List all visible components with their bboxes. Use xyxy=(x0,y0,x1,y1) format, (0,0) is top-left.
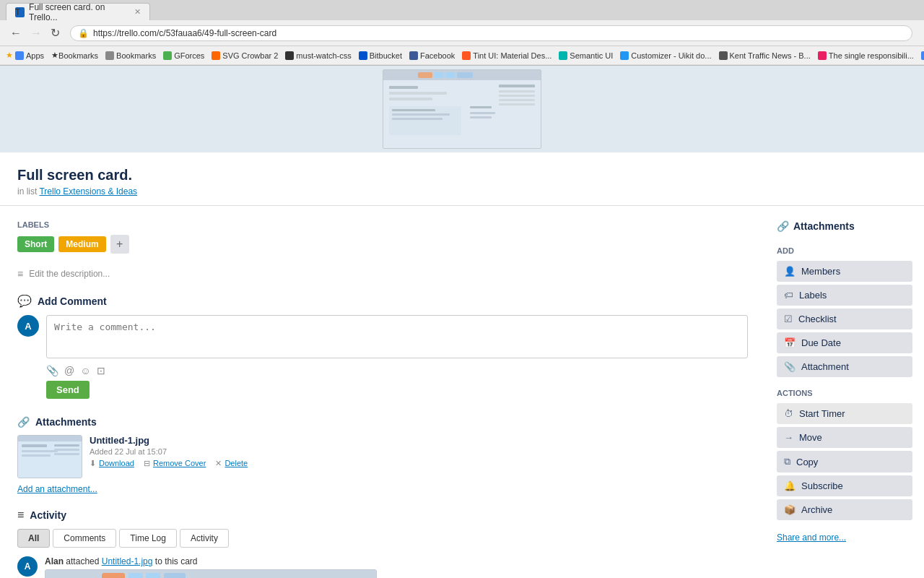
bookmark-tint-ui[interactable]: Tint UI: Material Des... xyxy=(462,51,552,60)
tab-comments[interactable]: Comments xyxy=(53,529,116,548)
copy-button[interactable]: ⧉ Copy xyxy=(777,451,912,473)
attachments-header: 🔗 Attachments xyxy=(777,220,912,232)
attach-icon[interactable]: 📎 xyxy=(46,365,58,376)
maps-icon xyxy=(921,51,924,60)
delete-link[interactable]: Delete xyxy=(225,459,248,467)
move-label: Move xyxy=(799,432,822,443)
tab-close-button[interactable]: ✕ xyxy=(134,7,141,17)
tab-time-log[interactable]: Time Log xyxy=(119,529,177,548)
add-checklist-button[interactable]: ☑ Checklist xyxy=(777,309,912,329)
bookmark-label: GForces xyxy=(174,51,204,60)
bookmarks-star-icon: ★ xyxy=(6,51,13,60)
attachment-icon: 📎 xyxy=(784,361,796,372)
comment-section-header: 💬 Add Comment xyxy=(17,294,748,308)
bookmark-label: Tint UI: Material Des... xyxy=(473,51,552,60)
card-icon[interactable]: ⊡ xyxy=(97,365,105,376)
tab-activity[interactable]: Activity xyxy=(180,529,229,548)
active-tab[interactable]: T Full screen card. on Trello... ✕ xyxy=(6,3,150,20)
archive-label: Archive xyxy=(801,504,832,515)
bookmark-label: SVG Crowbar 2 xyxy=(222,51,278,60)
address-bar[interactable]: 🔒 https://trello.com/c/53fauaa6/49-full-… xyxy=(70,25,912,41)
bookmark-semantic-ui[interactable]: Semantic UI xyxy=(559,51,613,60)
bookmark-bookmarks-star[interactable]: ★ Bookmarks xyxy=(51,51,98,60)
bookmark-apps[interactable]: Apps xyxy=(15,51,44,60)
download-link[interactable]: Download xyxy=(99,459,134,467)
mention-icon[interactable]: @ xyxy=(64,365,74,376)
bookmark-gforces[interactable]: GForces xyxy=(163,51,204,60)
svg-rect-33 xyxy=(146,573,160,578)
attach-header-title: Attachments xyxy=(35,416,97,428)
cover-preview xyxy=(383,69,541,149)
bookmark-single-responsibility[interactable]: The single responsibili... xyxy=(818,51,914,60)
attachment-date: Added 22 Jul at 15:07 xyxy=(90,447,748,456)
add-due-date-button[interactable]: 📅 Due Date xyxy=(777,332,912,353)
list-name-link[interactable]: Trello Extensions & Ideas xyxy=(39,186,137,197)
add-attachment-button[interactable]: 📎 Attachment xyxy=(777,356,912,377)
bookmark-label: Facebook xyxy=(420,51,455,60)
add-section: Add 👤 Members 🏷 Labels ☑ Checklist 📅 Due… xyxy=(777,246,912,377)
label-short[interactable]: Short xyxy=(17,236,54,252)
add-attachment-link[interactable]: Add an attachment... xyxy=(17,484,97,494)
labels-row: Short Medium + xyxy=(17,235,748,254)
main-layout: Labels Short Medium + ≡ Edit the descrip… xyxy=(0,206,924,578)
bookmark-kent-maps[interactable]: Kent - Google Maps xyxy=(921,51,924,60)
bookmark-must-watch-css[interactable]: must-watch-css xyxy=(285,51,351,60)
start-timer-button[interactable]: ⏱ Start Timer xyxy=(777,403,912,424)
comment-icon-bar: 📎 @ ☺ ⊡ xyxy=(46,365,105,376)
bookmark-facebook[interactable]: Facebook xyxy=(409,51,455,60)
svg-rect-11 xyxy=(499,95,535,97)
forward-button[interactable]: → xyxy=(26,25,46,41)
subscribe-button[interactable]: 🔔 Subscribe xyxy=(777,475,912,496)
add-label-button[interactable]: + xyxy=(110,235,129,254)
apps-icon xyxy=(15,51,24,60)
remove-cover-link[interactable]: Remove Cover xyxy=(153,459,206,467)
bookmark-kent-traffic[interactable]: Kent Traffic News - B... xyxy=(719,51,811,60)
tab-bar: T Full screen card. on Trello... ✕ xyxy=(0,0,924,20)
bookmark-bitbucket[interactable]: Bitbucket xyxy=(359,51,402,60)
bookmark-svg-crowbar[interactable]: SVG Crowbar 2 xyxy=(212,51,278,60)
svg-rect-26 xyxy=(54,444,79,447)
svg-rect-16 xyxy=(392,113,450,116)
label-medium[interactable]: Medium xyxy=(58,236,105,252)
activity-link[interactable]: Untitled-1.jpg xyxy=(102,556,153,566)
timer-label: Start Timer xyxy=(799,408,845,419)
bookmark-bookmarks-folder[interactable]: Bookmarks xyxy=(105,51,156,60)
svg-rect-28 xyxy=(54,453,79,455)
activity-user: Alan xyxy=(45,556,64,566)
nav-bar: ← → ↻ 🔒 https://trello.com/c/53fauaa6/49… xyxy=(0,20,924,46)
activity-title: Activity xyxy=(30,509,66,521)
svg-rect-22 xyxy=(18,436,82,441)
svg-rect-17 xyxy=(392,118,443,120)
subscribe-label: Subscribe xyxy=(801,480,843,491)
activity-tabs: All Comments Time Log Activity xyxy=(17,529,748,548)
share-and-more-link[interactable]: Share and more... xyxy=(777,532,846,543)
members-label: Members xyxy=(801,266,840,277)
emoji-icon[interactable]: ☺ xyxy=(80,365,90,376)
svg-rect-10 xyxy=(499,90,535,92)
archive-button[interactable]: 📦 Archive xyxy=(777,499,912,520)
browser-chrome: T Full screen card. on Trello... ✕ ← → ↻… xyxy=(0,0,924,66)
add-labels-button[interactable]: 🏷 Labels xyxy=(777,285,912,306)
move-button[interactable]: → Move xyxy=(777,427,912,448)
svg-rect-23 xyxy=(22,444,47,447)
bookmark-customizer[interactable]: Customizer - Uikit do... xyxy=(620,51,711,60)
comment-textarea[interactable] xyxy=(46,315,748,358)
card-cover-area xyxy=(0,66,924,152)
gforces-icon xyxy=(163,51,172,60)
svg-rect-4 xyxy=(445,72,456,78)
svg-rect-19 xyxy=(470,112,495,114)
page-content: Full screen card. in list Trello Extensi… xyxy=(0,66,924,578)
attachment-item: Untitled-1.jpg Added 22 Jul at 15:07 ⬇Do… xyxy=(17,435,748,478)
edit-description-link[interactable]: Edit the description... xyxy=(29,269,110,279)
description-section: ≡ Edit the description... xyxy=(17,268,748,280)
members-icon: 👤 xyxy=(784,266,796,277)
activity-avatar: A xyxy=(17,556,38,577)
star-icon: ★ xyxy=(51,51,58,60)
refresh-button[interactable]: ↻ xyxy=(46,25,64,41)
bookmark-label: The single responsibili... xyxy=(829,51,914,60)
back-button[interactable]: ← xyxy=(6,25,26,41)
svg-rect-5 xyxy=(457,72,473,78)
tab-all[interactable]: All xyxy=(17,529,50,548)
add-members-button[interactable]: 👤 Members xyxy=(777,261,912,282)
send-comment-button[interactable]: Send xyxy=(46,381,90,399)
